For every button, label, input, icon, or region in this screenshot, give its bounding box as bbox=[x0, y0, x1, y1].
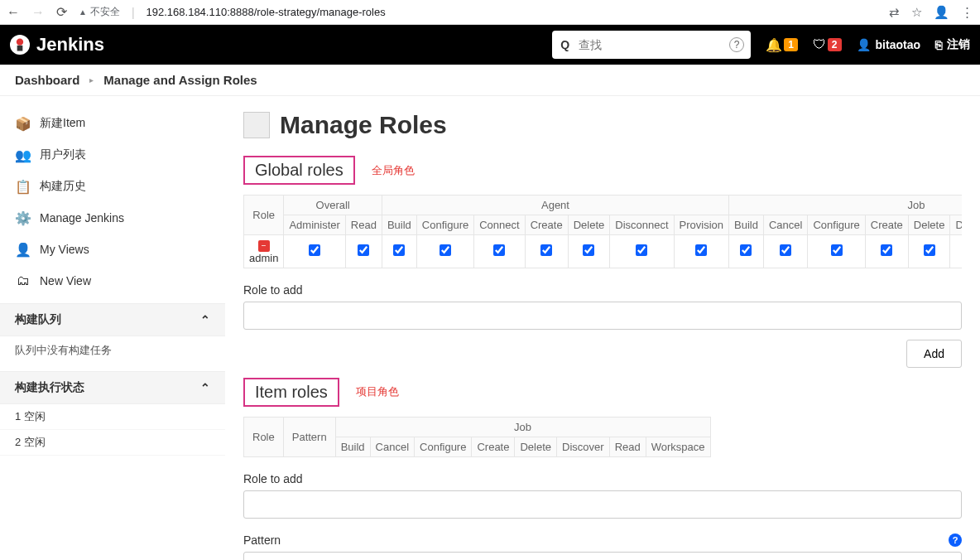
permission-header: Disconnect bbox=[610, 215, 674, 235]
delete-role-icon[interactable]: − bbox=[258, 240, 270, 252]
build-queue-label: 构建队列 bbox=[15, 312, 61, 327]
executor-status-label: 构建执行状态 bbox=[15, 380, 84, 395]
sidebar-item-label: 用户列表 bbox=[40, 147, 86, 162]
logout-label: 注销 bbox=[947, 37, 970, 52]
shield-icon: 🛡 bbox=[813, 37, 826, 52]
search-input[interactable] bbox=[579, 38, 724, 51]
permission-header: Create bbox=[865, 215, 908, 235]
permission-checkbox[interactable] bbox=[309, 244, 320, 256]
notif-count-1: 1 bbox=[784, 38, 798, 51]
back-button[interactable]: ← bbox=[7, 5, 20, 20]
sidebar-item-label: 新建Item bbox=[40, 116, 85, 131]
logout-icon: ⎘ bbox=[935, 38, 942, 51]
sidebar-item-label: New View bbox=[40, 274, 91, 287]
notifications-bell[interactable]: 🔔 1 bbox=[766, 37, 798, 53]
jenkins-logo[interactable]: Jenkins bbox=[10, 34, 104, 56]
item-roles-heading: Item roles bbox=[243, 378, 339, 407]
profile-icon[interactable]: 👤 bbox=[934, 5, 949, 20]
search-help-icon[interactable]: ? bbox=[729, 37, 744, 52]
chevron-right-icon: ▸ bbox=[89, 75, 94, 84]
executor-2: 2 空闲 bbox=[0, 430, 225, 456]
new-item-icon: 📦 bbox=[15, 115, 31, 132]
address-bar[interactable]: 192.168.184.110:8888/role-strategy/manag… bbox=[147, 6, 386, 18]
users-icon: 👥 bbox=[15, 147, 31, 163]
menu-icon[interactable]: ⋮ bbox=[961, 5, 973, 20]
pattern-column-header: Pattern bbox=[283, 417, 335, 456]
permission-checkbox[interactable] bbox=[780, 244, 791, 256]
bookmark-icon[interactable]: ☆ bbox=[911, 5, 922, 20]
permission-checkbox[interactable] bbox=[881, 244, 892, 256]
permission-checkbox[interactable] bbox=[358, 244, 369, 256]
role-to-add-label: Role to add bbox=[243, 283, 962, 297]
sidebar-item-manage[interactable]: ⚙️Manage Jenkins bbox=[0, 202, 225, 234]
permission-header: Build bbox=[382, 215, 416, 235]
global-add-button[interactable]: Add bbox=[906, 340, 962, 368]
permission-header: Delete bbox=[908, 215, 950, 235]
svg-point-0 bbox=[17, 39, 23, 46]
sidebar-item-new[interactable]: 📦新建Item bbox=[0, 108, 225, 139]
global-roles-heading: Global roles bbox=[243, 156, 355, 185]
breadcrumb-manage-roles[interactable]: Manage and Assign Roles bbox=[103, 73, 257, 87]
item-roles-annotation: 项目角色 bbox=[356, 384, 399, 399]
role-icon bbox=[243, 112, 270, 138]
breadcrumb-dashboard[interactable]: Dashboard bbox=[15, 73, 79, 87]
jenkins-title: Jenkins bbox=[36, 34, 104, 56]
permission-header: Configure bbox=[416, 215, 473, 235]
permission-checkbox[interactable] bbox=[831, 244, 843, 256]
permission-header: Workspace bbox=[646, 437, 710, 456]
item-role-to-add-input[interactable] bbox=[243, 490, 962, 519]
sidebar-item-label: Manage Jenkins bbox=[40, 211, 124, 224]
permission-header: Configure bbox=[808, 215, 865, 235]
permission-header: Build bbox=[729, 215, 764, 235]
permission-checkbox[interactable] bbox=[740, 244, 752, 256]
permission-header: Create bbox=[525, 215, 568, 235]
pattern-label-text: Pattern bbox=[243, 533, 281, 547]
executor-status-header[interactable]: 构建执行状态 ⌃ bbox=[0, 372, 225, 404]
history-icon: 📋 bbox=[15, 178, 31, 195]
help-icon[interactable]: ? bbox=[949, 533, 962, 547]
translate-icon[interactable]: ⇄ bbox=[889, 5, 900, 20]
permission-checkbox[interactable] bbox=[924, 244, 935, 256]
browser-toolbar: ← → ⟳ 不安全 | 192.168.184.110:8888/role-st… bbox=[0, 0, 980, 25]
pattern-label: Pattern ? bbox=[243, 533, 962, 547]
username: bitaotao bbox=[876, 38, 920, 51]
global-role-to-add-input[interactable] bbox=[243, 302, 962, 330]
search-box[interactable]: Q ? bbox=[552, 31, 751, 59]
security-indicator[interactable]: 不安全 bbox=[79, 5, 120, 19]
permission-header: Cancel bbox=[370, 437, 414, 456]
sidebar-item-history[interactable]: 📋构建历史 bbox=[0, 171, 225, 202]
permission-header: Delete bbox=[568, 215, 610, 235]
permission-checkbox[interactable] bbox=[636, 244, 647, 256]
item-roles-table: RolePatternJobBuildCancelConfigureCreate… bbox=[243, 417, 711, 457]
permission-checkbox[interactable] bbox=[440, 244, 451, 256]
role-column-header: Role bbox=[244, 417, 284, 456]
sidebar-item-users[interactable]: 👥用户列表 bbox=[0, 139, 225, 171]
permission-checkbox[interactable] bbox=[493, 244, 505, 256]
global-roles-table: RoleOverallAgentJobViewAdministerReadBui… bbox=[243, 195, 962, 268]
new-view-icon: 🗂 bbox=[15, 273, 31, 289]
build-queue-header[interactable]: 构建队列 ⌃ bbox=[0, 304, 225, 336]
sidebar-item-newview[interactable]: 🗂New View bbox=[0, 265, 225, 297]
pattern-input[interactable] bbox=[243, 552, 962, 561]
permission-checkbox[interactable] bbox=[695, 244, 707, 256]
logout-button[interactable]: ⎘ 注销 bbox=[935, 37, 970, 52]
forward-button[interactable]: → bbox=[31, 5, 45, 20]
permission-header: Provision bbox=[674, 215, 728, 235]
breadcrumb: Dashboard ▸ Manage and Assign Roles bbox=[0, 65, 980, 96]
page-title: Manage Roles bbox=[280, 111, 447, 139]
user-menu[interactable]: 👤 bitaotao bbox=[857, 38, 920, 51]
permission-header: Delete bbox=[515, 437, 557, 456]
role-column-header: Role bbox=[244, 196, 284, 235]
sidebar-item-label: My Views bbox=[40, 243, 89, 256]
jenkins-icon bbox=[10, 35, 30, 55]
user-icon: 👤 bbox=[857, 38, 871, 51]
reload-button[interactable]: ⟳ bbox=[56, 4, 67, 20]
permission-checkbox[interactable] bbox=[540, 244, 552, 256]
build-queue-empty: 队列中没有构建任务 bbox=[0, 336, 225, 364]
permission-header: Read bbox=[345, 215, 382, 235]
sidebar-item-views[interactable]: 👤My Views bbox=[0, 234, 225, 265]
permission-checkbox[interactable] bbox=[583, 244, 594, 256]
main-content: Manage Roles Global roles 全局角色 RoleOvera… bbox=[225, 96, 980, 560]
permission-checkbox[interactable] bbox=[393, 244, 405, 256]
security-alerts[interactable]: 🛡 2 bbox=[813, 37, 842, 52]
